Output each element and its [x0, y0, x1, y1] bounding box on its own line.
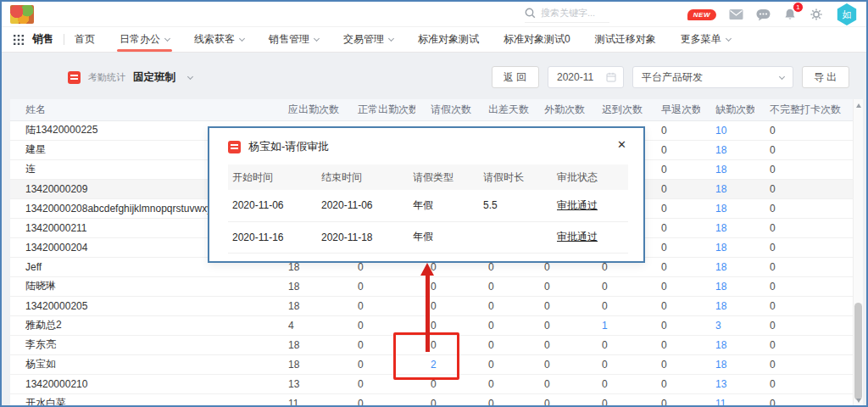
nav-item-label: 标准对象测试0 [504, 32, 570, 47]
table-row: 李东亮18000000180 [10, 335, 853, 354]
shift-type-selector[interactable]: 固定班制 [133, 70, 175, 85]
chevron-down-icon [726, 36, 732, 42]
count-link[interactable]: 18 [715, 339, 726, 351]
nav-item-销售管理[interactable]: 销售管理 [269, 27, 319, 52]
app-name-label[interactable]: 销售 [32, 32, 53, 47]
inbox-icon[interactable] [729, 8, 743, 20]
count-link[interactable]: 13 [715, 378, 726, 390]
value-cell: 18 [273, 335, 342, 354]
nav-item-label: 首页 [75, 32, 95, 47]
table-row: 1342000020518000000180 [10, 296, 853, 315]
count-link[interactable]: 3 [715, 320, 721, 332]
leave-record-cell [479, 221, 553, 253]
value-cell: 0 [473, 335, 529, 354]
chat-icon[interactable] [756, 8, 771, 21]
count-link[interactable]: 18 [715, 242, 726, 254]
value-cell: 0 [529, 393, 587, 407]
leave-approval-modal: 杨宝如-请假审批 ✕ 开始时间结束时间请假类型请假时长审批状态2020-11-0… [208, 126, 645, 263]
nav-item-日常办公[interactable]: 日常办公 [120, 27, 170, 52]
count-link[interactable]: 18 [715, 281, 726, 293]
value-cell: 18 [700, 198, 754, 218]
count-link[interactable]: 18 [715, 222, 726, 234]
count-link[interactable]: 18 [715, 144, 726, 156]
count-link[interactable]: 18 [715, 183, 726, 195]
value-cell: 0 [646, 159, 700, 179]
value-cell: 0 [529, 296, 587, 315]
back-button[interactable]: 返回 [492, 66, 539, 88]
value-cell: 0 [415, 393, 473, 407]
count-link[interactable]: 18 [715, 359, 726, 371]
count-link[interactable]: 18 [715, 203, 726, 215]
count-link[interactable]: 2 [431, 359, 437, 371]
nav-item-交易管理[interactable]: 交易管理 [343, 27, 393, 52]
new-badge[interactable]: NEW [687, 9, 716, 20]
value-cell: 0 [646, 179, 700, 198]
search-placeholder: 搜索关键字... [541, 7, 595, 20]
approval-status-link[interactable]: 审批通过 [557, 199, 598, 211]
value-cell: 0 [415, 276, 473, 296]
app-logo[interactable] [10, 5, 34, 24]
nav-item-标准对象测试[interactable]: 标准对象测试 [418, 27, 479, 52]
value-cell: 0 [529, 335, 587, 354]
value-cell: 0 [646, 393, 700, 407]
close-icon[interactable]: ✕ [617, 138, 626, 151]
scrollbar-down-arrow[interactable] [856, 399, 861, 403]
app-grid-icon[interactable] [14, 35, 24, 45]
count-link[interactable]: 18 [715, 261, 726, 273]
nav-item-测试迁移对象[interactable]: 测试迁移对象 [595, 27, 656, 52]
modal-column-header: 审批状态 [553, 164, 628, 190]
topbar: 搜索关键字... NEW [2, 2, 866, 27]
value-cell: 0 [754, 198, 853, 218]
count-link[interactable]: 11 [715, 398, 726, 407]
value-cell: 0 [754, 276, 853, 296]
scrollbar-thumb[interactable] [854, 303, 862, 400]
export-button[interactable]: 导出 [802, 66, 849, 88]
count-link[interactable]: 10 [715, 125, 726, 137]
value-cell: 0 [415, 315, 473, 335]
approval-status-link[interactable]: 审批通过 [557, 231, 598, 243]
nav-item-更多菜单[interactable]: 更多菜单 [681, 27, 731, 52]
nav-item-标准对象测试0[interactable]: 标准对象测试0 [504, 27, 570, 52]
value-cell: 18 [700, 218, 754, 237]
value-cell: 18 [700, 179, 754, 198]
count-link[interactable]: 18 [715, 300, 726, 312]
chevron-down-icon[interactable] [187, 73, 193, 79]
search-box[interactable]: 搜索关键字... [525, 7, 609, 23]
value-cell: 0 [342, 393, 415, 407]
nav-item-label: 销售管理 [269, 32, 309, 47]
leave-record-cell: 2020-11-16 [228, 221, 317, 253]
value-cell: 0 [646, 257, 700, 276]
value-cell: 0 [754, 374, 853, 393]
employee-name-cell: 李东亮 [10, 335, 273, 354]
column-header: 姓名 [10, 99, 273, 120]
column-header: 应出勤次数 [273, 99, 342, 120]
value-cell: 2 [415, 354, 473, 374]
value-cell: 0 [587, 354, 646, 374]
nav-item-首页[interactable]: 首页 [75, 27, 95, 52]
nav-item-线索获客[interactable]: 线索获客 [194, 27, 244, 52]
settings-gear-icon[interactable] [810, 8, 823, 21]
module-label: 考勤统计 [88, 71, 125, 84]
value-cell: 18 [700, 257, 754, 276]
scrollbar-up-arrow[interactable] [856, 103, 861, 108]
value-cell: 18 [700, 276, 754, 296]
nav-item-label: 线索获客 [194, 32, 235, 47]
count-link[interactable]: 1 [602, 320, 608, 332]
leave-record-cell: 2020-11-06 [317, 190, 409, 221]
notifications-bell-icon[interactable]: 1 [783, 8, 797, 21]
value-cell: 18 [273, 354, 342, 374]
topbar-icons: NEW 1 [687, 2, 858, 27]
employee-name-cell: 陆晓琳 [10, 276, 273, 296]
user-avatar[interactable]: 如 [836, 3, 858, 25]
vertical-scrollbar[interactable] [853, 99, 863, 407]
value-cell: 1 [587, 315, 646, 335]
value-cell: 0 [754, 335, 853, 354]
column-header: 缺勤次数 [700, 99, 754, 120]
leave-record-cell: 审批通过 [553, 221, 628, 253]
team-select[interactable]: 平台产品研发 [632, 66, 793, 88]
nav-item-label: 测试迁移对象 [595, 32, 656, 47]
value-cell: 0 [587, 374, 646, 393]
value-cell: 18 [700, 296, 754, 315]
count-link[interactable]: 18 [715, 164, 726, 176]
month-picker[interactable]: 2020-11 [548, 66, 624, 88]
